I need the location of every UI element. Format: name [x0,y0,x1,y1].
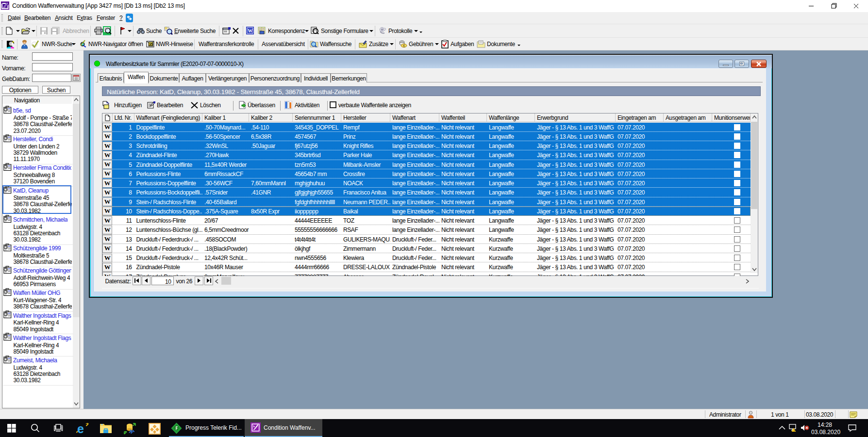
svg-text:e: e [77,423,84,434]
svg-text:W: W [248,28,252,33]
svg-text:!: ! [794,429,795,432]
svg-text:€: € [403,44,405,48]
svg-text:35: 35 [149,42,153,47]
